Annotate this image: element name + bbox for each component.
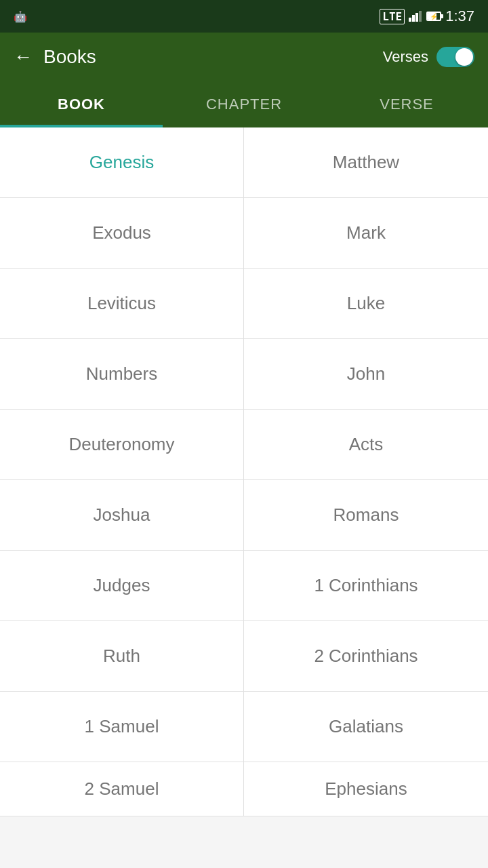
book-item-left[interactable]: Numbers xyxy=(0,339,244,410)
back-button[interactable]: ← xyxy=(14,46,33,68)
book-item-right[interactable]: 1 Corinthians xyxy=(244,551,488,621)
svg-rect-3 xyxy=(419,11,422,22)
book-item-left[interactable]: 2 Samuel xyxy=(0,762,244,816)
book-item-right[interactable]: Acts xyxy=(244,410,488,480)
svg-rect-1 xyxy=(412,15,415,22)
verses-toggle[interactable] xyxy=(436,47,474,67)
book-item-left[interactable]: Joshua xyxy=(0,480,244,551)
app-title: Books xyxy=(43,46,383,68)
signal-icon xyxy=(409,11,422,22)
svg-rect-2 xyxy=(415,13,418,22)
tab-chapter[interactable]: CHAPTER xyxy=(163,81,325,127)
time-display: 1:37 xyxy=(445,7,474,25)
svg-rect-0 xyxy=(409,18,411,22)
book-item-left[interactable]: Judges xyxy=(0,551,244,621)
book-item-right[interactable]: Matthew xyxy=(244,127,488,198)
status-bar: 🤖 LTE ⚡ 1:37 xyxy=(0,0,488,33)
tab-book[interactable]: BOOK xyxy=(0,81,163,127)
book-item-left[interactable]: Leviticus xyxy=(0,269,244,339)
book-item-left[interactable]: Genesis xyxy=(0,127,244,198)
app-icon: 🤖 xyxy=(14,10,27,23)
book-item-right[interactable]: Galatians xyxy=(244,692,488,762)
tab-verse[interactable]: VERSE xyxy=(325,81,488,127)
book-item-right[interactable]: Mark xyxy=(244,198,488,269)
book-item-left[interactable]: Deuteronomy xyxy=(0,410,244,480)
book-item-left[interactable]: 1 Samuel xyxy=(0,692,244,762)
book-item-right[interactable]: 2 Corinthians xyxy=(244,621,488,692)
book-item-right[interactable]: John xyxy=(244,339,488,410)
lte-icon: LTE xyxy=(380,9,405,24)
app-bar: ← Books Verses xyxy=(0,33,488,81)
book-item-left[interactable]: Ruth xyxy=(0,621,244,692)
toggle-knob xyxy=(455,48,473,66)
book-list: GenesisMatthewExodusMarkLeviticusLukeNum… xyxy=(0,127,488,816)
book-item-right[interactable]: Romans xyxy=(244,480,488,551)
book-item-right[interactable]: Ephesians xyxy=(244,762,488,816)
tab-bar: BOOK CHAPTER VERSE xyxy=(0,81,488,127)
book-item-right[interactable]: Luke xyxy=(244,269,488,339)
verses-label: Verses xyxy=(383,48,428,66)
battery-icon: ⚡ xyxy=(426,12,441,21)
book-item-left[interactable]: Exodus xyxy=(0,198,244,269)
